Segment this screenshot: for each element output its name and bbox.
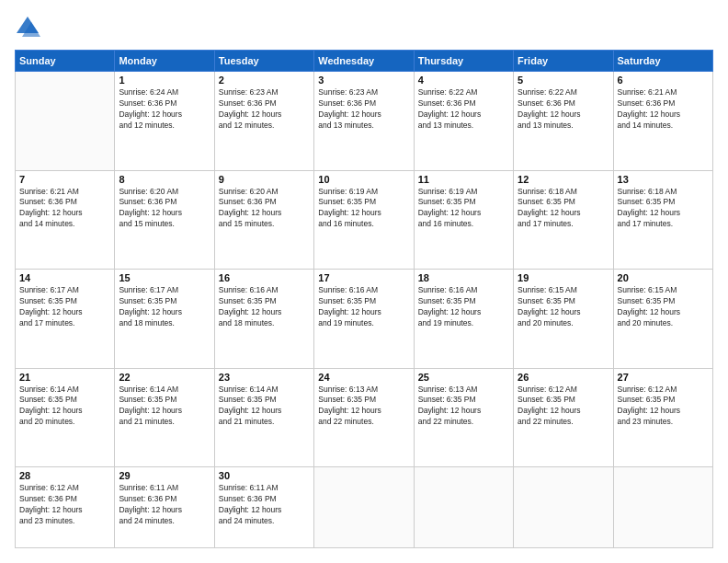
calendar-cell: 21Sunrise: 6:14 AM Sunset: 6:35 PM Dayli… <box>16 368 115 467</box>
day-info: Sunrise: 6:12 AM Sunset: 6:35 PM Dayligh… <box>618 385 709 429</box>
day-info: Sunrise: 6:22 AM Sunset: 6:36 PM Dayligh… <box>518 87 609 132</box>
day-info: Sunrise: 6:18 AM Sunset: 6:35 PM Dayligh… <box>618 187 709 231</box>
day-number: 29 <box>119 470 210 481</box>
day-number: 25 <box>418 372 509 383</box>
calendar-cell: 19Sunrise: 6:15 AM Sunset: 6:35 PM Dayli… <box>514 270 613 369</box>
day-number: 8 <box>119 174 210 185</box>
day-number: 14 <box>19 272 110 283</box>
calendar-cell <box>314 467 414 548</box>
day-header-friday: Friday <box>514 51 613 72</box>
calendar-cell: 25Sunrise: 6:13 AM Sunset: 6:35 PM Dayli… <box>414 368 513 467</box>
week-row-1: 7Sunrise: 6:21 AM Sunset: 6:36 PM Daylig… <box>16 170 713 270</box>
day-number: 9 <box>219 174 310 185</box>
calendar-cell: 12Sunrise: 6:18 AM Sunset: 6:35 PM Dayli… <box>514 170 613 270</box>
calendar-cell: 7Sunrise: 6:21 AM Sunset: 6:36 PM Daylig… <box>16 170 115 270</box>
calendar-cell: 24Sunrise: 6:13 AM Sunset: 6:35 PM Dayli… <box>314 368 414 467</box>
day-number: 13 <box>618 174 709 185</box>
day-number: 1 <box>119 75 210 86</box>
day-header-sunday: Sunday <box>16 51 115 72</box>
day-number: 6 <box>618 75 709 86</box>
day-number: 23 <box>219 372 310 383</box>
day-header-monday: Monday <box>115 51 214 72</box>
day-number: 17 <box>318 272 409 283</box>
calendar-cell: 16Sunrise: 6:16 AM Sunset: 6:35 PM Dayli… <box>214 270 313 369</box>
day-info: Sunrise: 6:18 AM Sunset: 6:35 PM Dayligh… <box>518 187 609 231</box>
calendar-cell: 15Sunrise: 6:17 AM Sunset: 6:35 PM Dayli… <box>115 270 214 369</box>
calendar-cell <box>613 467 712 548</box>
day-info: Sunrise: 6:13 AM Sunset: 6:35 PM Dayligh… <box>418 385 509 429</box>
day-info: Sunrise: 6:14 AM Sunset: 6:35 PM Dayligh… <box>219 385 310 429</box>
day-info: Sunrise: 6:14 AM Sunset: 6:35 PM Dayligh… <box>19 385 110 429</box>
day-number: 10 <box>318 174 409 185</box>
calendar-table: SundayMondayTuesdayWednesdayThursdayFrid… <box>15 50 713 548</box>
calendar-cell: 18Sunrise: 6:16 AM Sunset: 6:35 PM Dayli… <box>414 270 513 369</box>
calendar-cell: 13Sunrise: 6:18 AM Sunset: 6:35 PM Dayli… <box>613 170 712 270</box>
calendar-cell: 17Sunrise: 6:16 AM Sunset: 6:35 PM Dayli… <box>314 270 414 369</box>
day-info: Sunrise: 6:22 AM Sunset: 6:36 PM Dayligh… <box>418 87 509 132</box>
day-number: 22 <box>119 372 210 383</box>
day-number: 4 <box>418 75 509 86</box>
header <box>15 15 713 40</box>
calendar-cell: 4Sunrise: 6:22 AM Sunset: 6:36 PM Daylig… <box>414 72 513 171</box>
week-row-0: 1Sunrise: 6:24 AM Sunset: 6:36 PM Daylig… <box>16 72 713 171</box>
day-number: 16 <box>219 272 310 283</box>
day-info: Sunrise: 6:12 AM Sunset: 6:36 PM Dayligh… <box>19 483 110 527</box>
day-info: Sunrise: 6:14 AM Sunset: 6:35 PM Dayligh… <box>119 385 210 429</box>
calendar-cell: 30Sunrise: 6:11 AM Sunset: 6:36 PM Dayli… <box>214 467 313 548</box>
week-row-3: 21Sunrise: 6:14 AM Sunset: 6:35 PM Dayli… <box>16 368 713 467</box>
day-number: 2 <box>219 75 310 86</box>
day-header-tuesday: Tuesday <box>214 51 313 72</box>
day-header-wednesday: Wednesday <box>314 51 414 72</box>
day-info: Sunrise: 6:21 AM Sunset: 6:36 PM Dayligh… <box>19 187 110 231</box>
day-number: 20 <box>618 272 709 283</box>
day-info: Sunrise: 6:24 AM Sunset: 6:36 PM Dayligh… <box>119 87 210 132</box>
calendar-cell: 14Sunrise: 6:17 AM Sunset: 6:35 PM Dayli… <box>16 270 115 369</box>
calendar-cell <box>414 467 513 548</box>
calendar-cell <box>16 72 115 171</box>
day-number: 27 <box>618 372 709 383</box>
calendar-cell: 23Sunrise: 6:14 AM Sunset: 6:35 PM Dayli… <box>214 368 313 467</box>
day-number: 15 <box>119 272 210 283</box>
calendar-cell: 1Sunrise: 6:24 AM Sunset: 6:36 PM Daylig… <box>115 72 214 171</box>
calendar-cell: 22Sunrise: 6:14 AM Sunset: 6:35 PM Dayli… <box>115 368 214 467</box>
day-number: 11 <box>418 174 509 185</box>
day-number: 19 <box>518 272 609 283</box>
day-info: Sunrise: 6:11 AM Sunset: 6:36 PM Dayligh… <box>119 483 210 527</box>
header-row: SundayMondayTuesdayWednesdayThursdayFrid… <box>16 51 713 72</box>
day-info: Sunrise: 6:16 AM Sunset: 6:35 PM Dayligh… <box>418 285 509 329</box>
day-info: Sunrise: 6:23 AM Sunset: 6:36 PM Dayligh… <box>219 87 310 132</box>
calendar-cell: 27Sunrise: 6:12 AM Sunset: 6:35 PM Dayli… <box>613 368 712 467</box>
calendar-cell: 10Sunrise: 6:19 AM Sunset: 6:35 PM Dayli… <box>314 170 414 270</box>
day-info: Sunrise: 6:19 AM Sunset: 6:35 PM Dayligh… <box>318 187 409 231</box>
calendar-cell: 3Sunrise: 6:23 AM Sunset: 6:36 PM Daylig… <box>314 72 414 171</box>
calendar-cell: 5Sunrise: 6:22 AM Sunset: 6:36 PM Daylig… <box>514 72 613 171</box>
week-row-2: 14Sunrise: 6:17 AM Sunset: 6:35 PM Dayli… <box>16 270 713 369</box>
calendar-cell: 6Sunrise: 6:21 AM Sunset: 6:36 PM Daylig… <box>613 72 712 171</box>
calendar-cell: 29Sunrise: 6:11 AM Sunset: 6:36 PM Dayli… <box>115 467 214 548</box>
calendar-cell <box>514 467 613 548</box>
calendar-cell: 2Sunrise: 6:23 AM Sunset: 6:36 PM Daylig… <box>214 72 313 171</box>
calendar-cell: 28Sunrise: 6:12 AM Sunset: 6:36 PM Dayli… <box>16 467 115 548</box>
day-info: Sunrise: 6:21 AM Sunset: 6:36 PM Dayligh… <box>618 87 709 132</box>
day-info: Sunrise: 6:13 AM Sunset: 6:35 PM Dayligh… <box>318 385 409 429</box>
day-info: Sunrise: 6:12 AM Sunset: 6:35 PM Dayligh… <box>518 385 609 429</box>
day-info: Sunrise: 6:15 AM Sunset: 6:35 PM Dayligh… <box>518 285 609 329</box>
day-number: 24 <box>318 372 409 383</box>
day-info: Sunrise: 6:17 AM Sunset: 6:35 PM Dayligh… <box>119 285 210 329</box>
day-info: Sunrise: 6:16 AM Sunset: 6:35 PM Dayligh… <box>318 285 409 329</box>
day-number: 28 <box>19 470 110 481</box>
day-info: Sunrise: 6:20 AM Sunset: 6:36 PM Dayligh… <box>219 187 310 231</box>
day-info: Sunrise: 6:16 AM Sunset: 6:35 PM Dayligh… <box>219 285 310 329</box>
calendar-cell: 8Sunrise: 6:20 AM Sunset: 6:36 PM Daylig… <box>115 170 214 270</box>
day-header-saturday: Saturday <box>613 51 712 72</box>
logo <box>15 15 44 40</box>
calendar-cell: 11Sunrise: 6:19 AM Sunset: 6:35 PM Dayli… <box>414 170 513 270</box>
calendar-cell: 26Sunrise: 6:12 AM Sunset: 6:35 PM Dayli… <box>514 368 613 467</box>
calendar-cell: 20Sunrise: 6:15 AM Sunset: 6:35 PM Dayli… <box>613 270 712 369</box>
page: SundayMondayTuesdayWednesdayThursdayFrid… <box>0 0 728 563</box>
day-number: 26 <box>518 372 609 383</box>
day-info: Sunrise: 6:11 AM Sunset: 6:36 PM Dayligh… <box>219 483 310 527</box>
day-number: 12 <box>518 174 609 185</box>
day-number: 18 <box>418 272 509 283</box>
day-number: 21 <box>19 372 110 383</box>
